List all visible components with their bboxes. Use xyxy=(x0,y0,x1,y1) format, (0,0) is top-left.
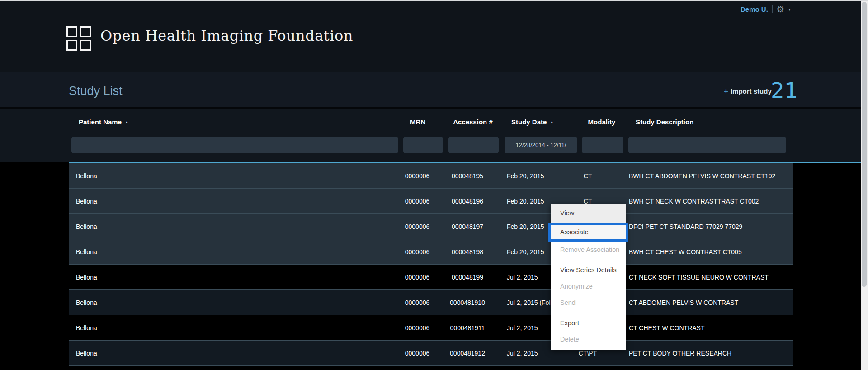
patient-name-cell: Bellona xyxy=(76,214,97,239)
study-description-filter-input[interactable] xyxy=(628,137,786,153)
study-date-cell: Jul 2, 2015 (Follo xyxy=(507,290,555,315)
mrn-cell: 0000006 xyxy=(403,265,431,289)
user-area: Demo U. ⚙ ▾ xyxy=(741,4,791,14)
patient-name-cell: Bellona xyxy=(76,189,97,213)
study-description-cell: CT CHEST W CONTRAST xyxy=(629,315,705,340)
gear-icon[interactable]: ⚙ xyxy=(777,5,784,14)
mrn-cell: 0000006 xyxy=(403,239,431,264)
patient-name-cell: Bellona xyxy=(76,315,97,340)
patient-name-cell: Bellona xyxy=(76,239,97,264)
column-header-study-description[interactable]: Study Description xyxy=(636,118,693,126)
user-menu-button[interactable]: Demo U. xyxy=(741,5,768,13)
modality-cell: CT xyxy=(570,163,606,188)
patient-name-filter-input[interactable] xyxy=(71,137,398,153)
sort-ascending-icon: ▲ xyxy=(550,120,554,124)
accession-cell: 0000481910 xyxy=(440,290,495,315)
study-description-cell: CT NECK SOFT TISSUE NEURO W CONTRAST xyxy=(629,265,769,289)
study-date-cell: Feb 20, 2015 xyxy=(507,214,544,239)
column-header-study-date[interactable]: Study Date▲ xyxy=(511,118,554,126)
table-row[interactable]: Bellona 0000006 000048199 Jul 2, 2015 CT… xyxy=(69,265,793,290)
menu-divider xyxy=(551,260,626,260)
ohif-study-list-page: Open Health Imaging Foundation Demo U. ⚙… xyxy=(0,0,868,370)
column-header-modality[interactable]: Modality xyxy=(584,118,620,126)
table-row[interactable]: Bellona 0000006 000048196 Feb 20, 2015 C… xyxy=(69,189,793,214)
mrn-cell: 0000006 xyxy=(403,341,431,365)
table-row[interactable]: Bellona 0000006 0000481912 Jul 2, 2015 C… xyxy=(69,341,793,366)
context-menu-item-view[interactable]: View xyxy=(551,204,626,223)
context-menu-item-send: Send xyxy=(551,294,626,311)
patient-name-cell: Bellona xyxy=(76,341,97,365)
study-description-cell: DFCI PET CT STANDARD 77029 77029 xyxy=(629,214,742,239)
study-description-cell: BWH CT NECK W CONTRASTTRAST CT002 xyxy=(629,189,759,213)
study-date-cell: Feb 20, 2015 xyxy=(507,239,544,264)
context-menu-item-delete: Delete xyxy=(551,331,626,347)
mrn-cell: 0000006 xyxy=(403,290,431,315)
table-row[interactable]: Bellona 0000006 000048195 Feb 20, 2015 C… xyxy=(69,163,793,189)
accession-cell: 000048198 xyxy=(440,239,495,264)
study-description-cell: CT ABDOMEN PELVIS W CONTRAST xyxy=(629,290,738,315)
study-date-cell: Feb 20, 2015 xyxy=(507,189,544,213)
table-row[interactable]: Bellona 0000006 000048198 Feb 20, 2015 B… xyxy=(69,239,793,265)
patient-name-cell: Bellona xyxy=(76,290,97,315)
context-menu-item-associate[interactable]: Associate xyxy=(548,223,628,242)
column-header-patient-name[interactable]: Patient Name▲ xyxy=(79,118,129,126)
study-rows: Bellona 0000006 000048195 Feb 20, 2015 C… xyxy=(69,163,793,366)
patient-name-cell: Bellona xyxy=(76,265,97,289)
mrn-cell: 0000006 xyxy=(403,189,431,213)
accession-cell: 000048195 xyxy=(440,163,495,188)
mrn-cell: 0000006 xyxy=(403,163,431,188)
table-top-accent-line xyxy=(69,162,861,163)
study-date-cell: Jul 2, 2015 xyxy=(507,265,538,289)
context-menu-item-remove-association: Remove Association xyxy=(551,242,626,258)
mrn-cell: 0000006 xyxy=(403,214,431,239)
study-description-cell: PET CT BODY OTHER RESEARCH xyxy=(629,341,731,365)
import-study-label: Import study xyxy=(731,87,772,95)
table-row[interactable]: Bellona 0000006 0000481911 Jul 2, 2015 C… xyxy=(69,315,793,341)
chevron-down-icon[interactable]: ▾ xyxy=(788,7,791,12)
accession-filter-input[interactable] xyxy=(448,137,499,153)
context-menu-item-view-series-details[interactable]: View Series Details xyxy=(551,262,626,278)
accession-cell: 0000481912 xyxy=(440,341,495,365)
column-header-accession[interactable]: Accession # xyxy=(446,118,500,126)
sort-ascending-icon: ▲ xyxy=(125,120,129,124)
study-description-cell: BWH CT ABDOMEN PELVIS W CONTRAST CT192 xyxy=(629,163,775,188)
mrn-filter-input[interactable] xyxy=(403,137,443,153)
window-top-edge xyxy=(0,0,868,1)
accession-cell: 000048197 xyxy=(440,214,495,239)
study-date-filter-input[interactable] xyxy=(505,137,577,153)
menu-divider xyxy=(551,313,626,313)
accession-cell: 000048199 xyxy=(440,265,495,289)
study-description-cell: BWH CT CHEST W CONTRAST CT005 xyxy=(629,239,742,264)
study-date-cell: Feb 20, 2015 xyxy=(507,163,544,188)
scrollbar-thumb[interactable] xyxy=(862,2,867,287)
study-date-cell: Jul 2, 2015 xyxy=(507,341,538,365)
study-date-cell: Jul 2, 2015 xyxy=(507,315,538,340)
divider xyxy=(772,5,773,13)
accession-cell: 0000481911 xyxy=(440,315,495,340)
context-menu-item-export[interactable]: Export xyxy=(551,315,626,331)
ohif-logo-icon xyxy=(66,26,91,51)
context-menu-item-anonymize: Anonymize xyxy=(551,278,626,294)
patient-name-cell: Bellona xyxy=(76,163,97,188)
accession-cell: 000048196 xyxy=(440,189,495,213)
app-title: Open Health Imaging Foundation xyxy=(100,27,353,44)
app-header: Open Health Imaging Foundation Demo U. ⚙… xyxy=(0,0,868,72)
modality-filter-input[interactable] xyxy=(582,137,623,153)
plus-icon: + xyxy=(724,87,728,95)
scrollbar-track[interactable] xyxy=(861,0,868,370)
study-count: 21 xyxy=(771,78,798,103)
import-study-button[interactable]: +Import study xyxy=(724,87,772,96)
table-row[interactable]: Bellona 0000006 0000481910 Jul 2, 2015 (… xyxy=(69,290,793,315)
page-title: Study List xyxy=(69,84,123,98)
study-context-menu: ViewAssociateRemove AssociationView Seri… xyxy=(551,204,626,350)
mrn-cell: 0000006 xyxy=(403,315,431,340)
column-header-mrn[interactable]: MRN xyxy=(404,118,432,126)
table-header-section: Patient Name▲ MRN Accession # Study Date… xyxy=(0,109,868,162)
table-row[interactable]: Bellona 0000006 000048197 Feb 20, 2015 D… xyxy=(69,214,793,239)
